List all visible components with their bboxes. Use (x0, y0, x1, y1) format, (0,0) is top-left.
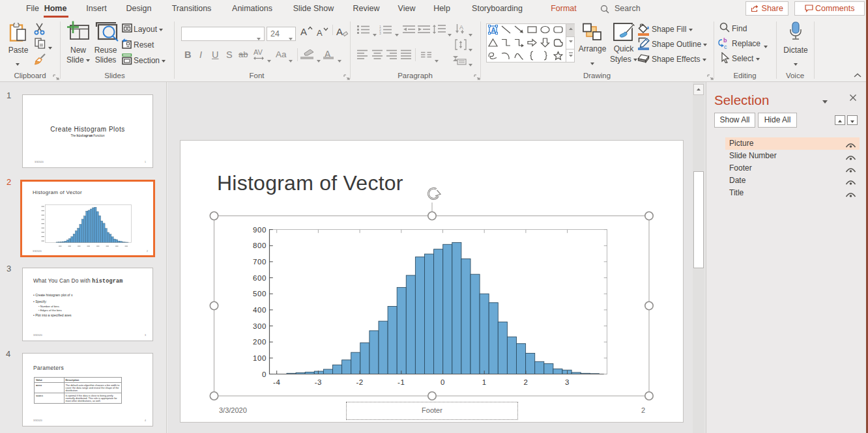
svg-text:A: A (459, 24, 463, 31)
svg-text:A: A (491, 27, 496, 34)
svg-text:b: b (723, 37, 727, 44)
svg-text:3: 3 (379, 31, 381, 35)
svg-text:c: c (724, 44, 727, 49)
